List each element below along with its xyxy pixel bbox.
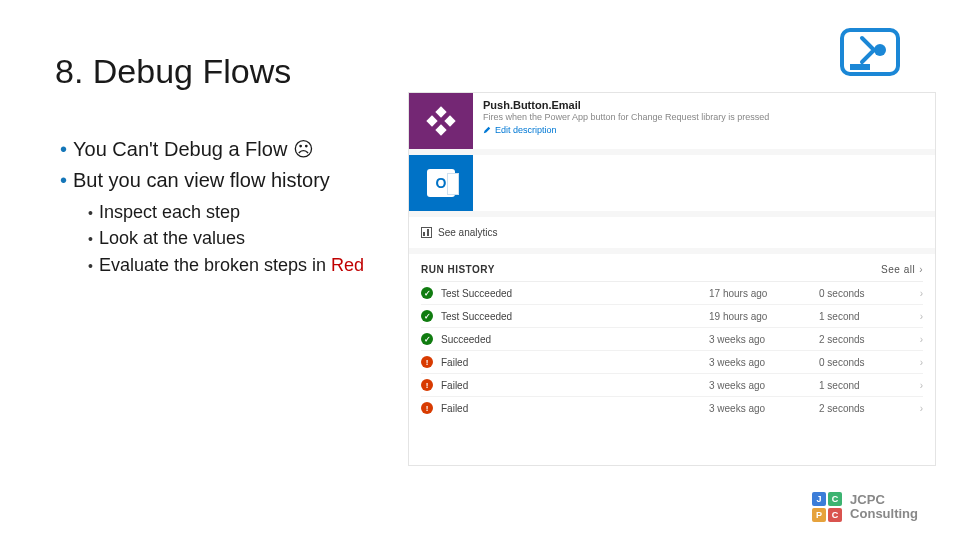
pencil-icon — [483, 126, 491, 134]
run-history-row[interactable]: !Failed3 weeks ago1 second› — [421, 374, 923, 397]
bullet-1: •You Can't Debug a Flow ☹ — [60, 136, 380, 163]
run-history-rows: ✓Test Succeeded17 hours ago0 seconds›✓Te… — [421, 282, 923, 419]
run-history-row[interactable]: !Failed3 weeks ago0 seconds› — [421, 351, 923, 374]
run-status: Succeeded — [437, 334, 709, 345]
run-when: 19 hours ago — [709, 311, 819, 322]
sub-bullet-3: •Evaluate the broken steps in Red — [88, 253, 380, 277]
run-status: Failed — [437, 403, 709, 414]
success-icon: ✓ — [421, 310, 433, 322]
logo-cell: C — [828, 508, 842, 522]
logo-cell: J — [812, 492, 826, 506]
run-duration: 2 seconds — [819, 334, 909, 345]
powerapps-icon — [428, 108, 454, 134]
logo-cell: P — [812, 508, 826, 522]
run-when: 3 weeks ago — [709, 403, 819, 414]
sub-bullet-2: •Look at the values — [88, 226, 380, 250]
run-history-header: RUN HISTORY See all › — [421, 264, 923, 282]
flow-description: Fires when the Power App button for Chan… — [483, 112, 925, 122]
connector-body: Push.Button.Email Fires when the Power A… — [473, 93, 935, 149]
chevron-right-icon: › — [909, 311, 923, 322]
sub-bullet-list: •Inspect each step •Look at the values •… — [88, 200, 380, 277]
bullet-2-text: But you can view flow history — [73, 169, 330, 191]
run-status: Test Succeeded — [437, 311, 709, 322]
run-when: 3 weeks ago — [709, 357, 819, 368]
chevron-right-icon: › — [909, 403, 923, 414]
chevron-right-icon: › — [909, 334, 923, 345]
run-status: Failed — [437, 380, 709, 391]
run-duration: 0 seconds — [819, 357, 909, 368]
run-duration: 1 second — [819, 311, 909, 322]
run-history-label: RUN HISTORY — [421, 264, 495, 275]
run-duration: 0 seconds — [819, 288, 909, 299]
success-icon: ✓ — [421, 287, 433, 299]
run-history-row[interactable]: ✓Test Succeeded17 hours ago0 seconds› — [421, 282, 923, 305]
flow-screenshot: Push.Button.Email Fires when the Power A… — [408, 92, 936, 466]
flow-decor-icon — [840, 28, 900, 82]
bullet-dot-icon: • — [88, 258, 93, 274]
failed-icon: ! — [421, 356, 433, 368]
edit-description-link[interactable]: Edit description — [483, 125, 557, 135]
bullet-dot-icon: • — [60, 169, 67, 191]
run-duration: 2 seconds — [819, 403, 909, 414]
outlook-tile: O — [409, 155, 473, 211]
bullet-dot-icon: • — [88, 205, 93, 221]
run-history-row[interactable]: ✓Succeeded3 weeks ago2 seconds› — [421, 328, 923, 351]
sad-face-icon: ☹ — [293, 138, 314, 160]
red-word: Red — [331, 255, 364, 275]
slide-title: 8. Debug Flows — [55, 52, 291, 91]
run-when: 3 weeks ago — [709, 380, 819, 391]
run-history-panel: RUN HISTORY See all › ✓Test Succeeded17 … — [409, 254, 935, 465]
bullet-dot-icon: • — [88, 231, 93, 247]
run-when: 17 hours ago — [709, 288, 819, 299]
failed-icon: ! — [421, 402, 433, 414]
see-all-link[interactable]: See all › — [881, 264, 923, 275]
connector-row-powerapps: Push.Button.Email Fires when the Power A… — [409, 93, 935, 149]
failed-icon: ! — [421, 379, 433, 391]
chevron-right-icon: › — [909, 357, 923, 368]
slide: 8. Debug Flows •You Can't Debug a Flow ☹… — [0, 0, 960, 540]
bullet-dot-icon: • — [60, 138, 67, 160]
see-analytics-link[interactable]: See analytics — [409, 217, 935, 248]
outlook-icon: O — [427, 169, 455, 197]
sub-bullet-1: •Inspect each step — [88, 200, 380, 224]
powerapps-tile — [409, 93, 473, 149]
analytics-icon — [421, 227, 432, 238]
connector-body-empty — [473, 155, 935, 211]
chevron-right-icon: › — [909, 288, 923, 299]
svg-rect-1 — [850, 64, 870, 70]
run-history-row[interactable]: !Failed3 weeks ago2 seconds› — [421, 397, 923, 419]
chevron-right-icon: › — [909, 380, 923, 391]
success-icon: ✓ — [421, 333, 433, 345]
logo-text: JCPC Consulting — [850, 493, 918, 520]
run-history-row[interactable]: ✓Test Succeeded19 hours ago1 second› — [421, 305, 923, 328]
connector-row-outlook: O — [409, 155, 935, 211]
run-status: Failed — [437, 357, 709, 368]
chevron-right-icon: › — [919, 264, 923, 275]
footer-logo: J C P C JCPC Consulting — [812, 492, 918, 522]
bullet-2: •But you can view flow history — [60, 167, 380, 194]
bullet-1-text: You Can't Debug a Flow — [73, 138, 293, 160]
flow-name: Push.Button.Email — [483, 99, 925, 111]
run-status: Test Succeeded — [437, 288, 709, 299]
logo-grid-icon: J C P C — [812, 492, 842, 522]
bullet-list: •You Can't Debug a Flow ☹ •But you can v… — [60, 136, 380, 279]
run-duration: 1 second — [819, 380, 909, 391]
logo-cell: C — [828, 492, 842, 506]
run-when: 3 weeks ago — [709, 334, 819, 345]
